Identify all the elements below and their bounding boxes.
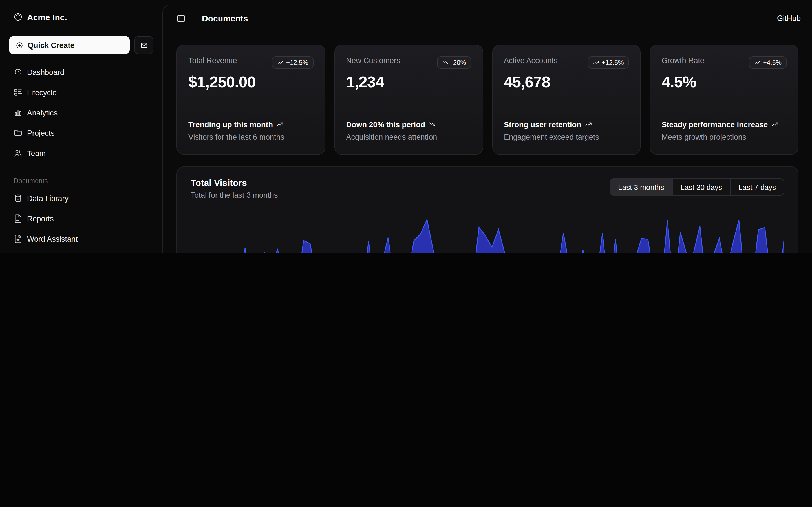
sidebar-item-reports[interactable]: Reports — [9, 210, 153, 228]
stat-caption: Meets growth projections — [662, 132, 787, 143]
main-content: Total Revenue +12.5% $1,250.00 Trending … — [163, 32, 812, 253]
company-brand[interactable]: Acme Inc. — [9, 7, 153, 27]
quick-create-row: Quick Create — [9, 36, 153, 54]
trend-badge: -20% — [437, 56, 471, 69]
sidebar-item-data-library[interactable]: Data Library — [9, 189, 153, 207]
company-name: Acme Inc. — [27, 12, 67, 22]
trend-badge: +4.5% — [749, 56, 786, 69]
sidebar-item-dashboard[interactable]: Dashboard — [9, 63, 153, 81]
database-icon — [13, 194, 22, 203]
trending-down-icon — [442, 59, 449, 66]
sidebar-item-lifecycle[interactable]: Lifecycle — [9, 83, 153, 101]
file-word-icon — [13, 234, 22, 243]
trending-up-icon — [754, 59, 761, 66]
stat-card-growth-rate: Growth Rate +4.5% 4.5% Steady performanc… — [650, 45, 799, 155]
panel-left-icon — [176, 14, 186, 23]
sidebar-item-team[interactable]: Team — [9, 144, 153, 162]
nav-label: Data Library — [27, 194, 68, 203]
nav-label: Word Assistant — [27, 235, 78, 243]
stat-label: Total Revenue — [188, 56, 237, 65]
stat-label: Active Accounts — [504, 56, 558, 65]
visitors-chart-area — [200, 212, 784, 253]
sidebar-item-more[interactable]: More — [9, 250, 153, 253]
trending-up-icon — [771, 120, 778, 128]
sidebar-item-analytics[interactable]: Analytics — [9, 104, 153, 122]
list-details-icon — [13, 88, 22, 97]
github-link[interactable]: GitHub — [777, 14, 801, 22]
sidebar-toggle-button[interactable] — [174, 11, 188, 25]
range-toggle-group: Last 3 months Last 30 days Last 7 days — [610, 178, 784, 196]
stat-label: New Customers — [346, 56, 400, 65]
stat-trend-line: Trending up this month — [188, 119, 313, 130]
dashboard-app: Acme Inc. Quick Create Dashboard Lifecyc… — [0, 0, 812, 253]
trending-up-icon — [276, 120, 284, 128]
stat-value: 4.5% — [662, 73, 787, 91]
chart-title: Total Visitors — [191, 178, 278, 188]
sidebar-section-documents-label: Documents — [9, 177, 153, 185]
trending-up-icon — [277, 59, 284, 66]
inbox-button[interactable] — [134, 36, 153, 54]
stat-value: 1,234 — [346, 73, 471, 91]
visitors-area-chart — [200, 212, 784, 253]
main-nav: Dashboard Lifecycle Analytics Projects T… — [9, 63, 153, 162]
nav-label: Analytics — [27, 108, 57, 117]
range-last-3-months[interactable]: Last 3 months — [610, 179, 672, 195]
header-divider — [195, 14, 195, 23]
stat-trend-line: Strong user retention — [504, 119, 629, 130]
main-panel: Documents GitHub Total Revenue +12.5% $1… — [162, 4, 812, 253]
quick-create-label: Quick Create — [28, 41, 75, 49]
main-header: Documents GitHub — [163, 5, 812, 32]
report-icon — [13, 214, 22, 223]
stat-value: $1,250.00 — [188, 73, 313, 91]
folder-icon — [13, 128, 22, 137]
mail-icon — [140, 41, 147, 49]
bar-chart-icon — [13, 108, 22, 117]
stat-card-total-revenue: Total Revenue +12.5% $1,250.00 Trending … — [176, 45, 325, 155]
trending-up-icon — [593, 59, 599, 66]
users-icon — [13, 149, 22, 158]
company-logo-icon — [13, 12, 22, 21]
stat-card-active-accounts: Active Accounts +12.5% 45,678 Strong use… — [492, 45, 641, 155]
chart-subtitle: Total for the last 3 months — [191, 191, 278, 200]
sidebar-item-word-assistant[interactable]: Word Assistant — [9, 230, 153, 248]
stat-label: Growth Rate — [662, 56, 705, 65]
trending-down-icon — [428, 120, 436, 128]
page-title: Documents — [202, 13, 248, 23]
nav-label: Dashboard — [27, 68, 64, 76]
nav-label: Lifecycle — [27, 88, 57, 97]
sidebar: Acme Inc. Quick Create Dashboard Lifecyc… — [0, 0, 162, 253]
trend-badge: +12.5% — [588, 56, 629, 69]
trending-up-icon — [585, 120, 592, 128]
chart-titles: Total Visitors Total for the last 3 mont… — [191, 178, 278, 200]
range-last-30-days[interactable]: Last 30 days — [672, 179, 730, 195]
stat-caption: Visitors for the last 6 months — [188, 132, 313, 143]
quick-create-button[interactable]: Quick Create — [9, 36, 130, 54]
dashboard-icon — [13, 68, 22, 76]
documents-nav: Data Library Reports Word Assistant More — [9, 189, 153, 253]
circle-plus-icon — [16, 41, 23, 49]
nav-label: Team — [27, 149, 46, 158]
nav-label: Reports — [27, 214, 54, 223]
stat-trend-line: Steady performance increase — [662, 119, 787, 130]
total-visitors-card: Total Visitors Total for the last 3 mont… — [176, 166, 799, 253]
stat-card-new-customers: New Customers -20% 1,234 Down 20% this p… — [335, 45, 483, 155]
trend-badge: +12.5% — [272, 56, 313, 69]
sidebar-item-projects[interactable]: Projects — [9, 124, 153, 142]
stat-trend-line: Down 20% this period — [346, 119, 471, 130]
nav-label: Projects — [27, 129, 55, 137]
stat-cards: Total Revenue +12.5% $1,250.00 Trending … — [176, 45, 799, 155]
range-last-7-days[interactable]: Last 7 days — [730, 179, 784, 195]
stat-caption: Engagement exceed targets — [504, 132, 629, 143]
stat-caption: Acquisition needs attention — [346, 132, 471, 143]
stat-value: 45,678 — [504, 73, 629, 91]
